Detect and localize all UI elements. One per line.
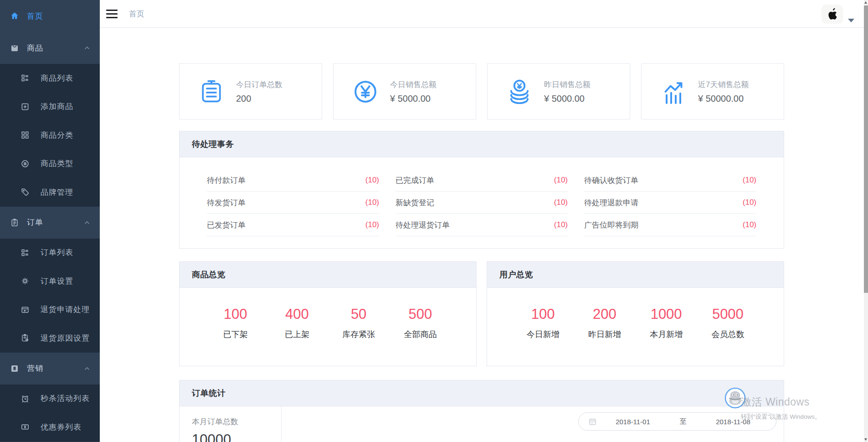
task-count: (10) xyxy=(365,220,379,229)
scrollbar-up-arrow-icon[interactable] xyxy=(864,1,867,4)
stat-card-today-sales: 今日销售总额 ¥ 5000.00 xyxy=(333,63,476,120)
sidebar-item-return-requests[interactable]: 退货申请处理 xyxy=(0,296,100,324)
vertical-scrollbar[interactable] xyxy=(864,0,868,442)
stat-label: 昨日新增 xyxy=(574,329,635,340)
sidebar-item-product-category[interactable]: 商品分类 xyxy=(0,121,100,150)
hamburger-menu-button[interactable] xyxy=(106,10,118,18)
task-count: (10) xyxy=(554,176,568,185)
sidebar-item-return-reason-settings[interactable]: 退货原因设置 xyxy=(0,324,100,353)
sidebar-item-label: 商品分类 xyxy=(41,130,73,140)
stat-label: 已下架 xyxy=(205,329,266,340)
task-count: (10) xyxy=(743,176,756,185)
stat-card-label: 今日订单总数 xyxy=(236,79,282,90)
stat-label: 库存紧张 xyxy=(328,329,390,340)
stat-card-value: 200 xyxy=(236,94,282,104)
sidebar-item-label: 订单列表 xyxy=(41,247,73,258)
scrollbar-down-arrow-icon[interactable] xyxy=(864,438,867,441)
sidebar-section-orders[interactable]: 订单 xyxy=(0,207,100,239)
sidebar-item-product-type[interactable]: 商品类型 xyxy=(0,150,100,178)
circle-list-icon xyxy=(21,159,30,168)
overview-stat: 400 已上架 xyxy=(266,306,328,340)
date-start-field[interactable]: 2018-11-01 xyxy=(596,418,669,426)
task-item[interactable]: 待付款订单 (10) xyxy=(207,169,379,192)
stat-value: 50 xyxy=(328,306,390,322)
grid-icon xyxy=(21,130,30,140)
task-item[interactable]: 待处理退货订单 (10) xyxy=(395,214,568,236)
task-item[interactable]: 待发货订单 (10) xyxy=(207,192,379,214)
list-icon xyxy=(21,248,30,257)
stat-card-value: ¥ 5000.00 xyxy=(390,94,437,104)
sidebar-item-label: 退货原因设置 xyxy=(41,333,90,343)
task-label: 新缺货登记 xyxy=(395,198,434,208)
stat-value: 500 xyxy=(390,306,451,322)
stat-card-value: ¥ 5000.00 xyxy=(544,94,591,104)
stat-value: 100 xyxy=(512,306,574,322)
breadcrumb[interactable]: 首页 xyxy=(129,9,144,19)
stat-label: 会员总数 xyxy=(697,329,759,340)
sidebar-item-brand-management[interactable]: 品牌管理 xyxy=(0,178,100,207)
task-item[interactable]: 已发货订单 (10) xyxy=(207,214,379,236)
qq-chat-widget-icon[interactable] xyxy=(724,387,746,409)
avatar-dropdown-caret-icon[interactable] xyxy=(848,19,854,22)
sidebar-item-order-settings[interactable]: 订单设置 xyxy=(0,267,100,296)
task-item[interactable]: 已完成订单 (10) xyxy=(395,169,568,192)
task-item[interactable]: 新缺货登记 (10) xyxy=(395,192,568,214)
task-item[interactable]: 广告位即将到期 (10) xyxy=(584,214,756,236)
overview-stat: 50 库存紧张 xyxy=(328,306,390,340)
sidebar-item-order-list[interactable]: 订单列表 xyxy=(0,239,100,267)
task-item[interactable]: 待处理退款申请 (10) xyxy=(584,192,756,214)
metric-label: 本月订单总数 xyxy=(192,416,281,427)
product-overview-stats: 100 已下架 400 已上架 50 库存紧张 500 全部商品 xyxy=(180,288,476,340)
coins-icon xyxy=(506,78,533,105)
overview-row: 商品总览 100 已下架 400 已上架 50 库存紧张 xyxy=(179,261,784,366)
sidebar: 首页 商品 商品列表 xyxy=(0,0,100,442)
sidebar-section-marketing[interactable]: 营销 xyxy=(0,353,100,385)
sidebar-section-label: 营销 xyxy=(27,363,43,374)
sidebar-item-add-product[interactable]: 添加商品 xyxy=(0,93,100,121)
user-overview-panel: 用户总览 100 今日新增 200 昨日新增 1000 本月新增 xyxy=(487,261,784,366)
sidebar-item-product-list[interactable]: 商品列表 xyxy=(0,64,100,93)
task-count: (10) xyxy=(554,198,568,207)
stat-cards-row: 今日订单总数 200 今日销售总额 ¥ 5000.00 xyxy=(179,63,784,120)
task-label: 已发货订单 xyxy=(207,220,246,230)
task-label: 待确认收货订单 xyxy=(584,175,638,186)
sidebar-section-products[interactable]: 商品 xyxy=(0,32,100,64)
sidebar-item-label: 退货申请处理 xyxy=(41,304,90,315)
sidebar-item-flash-sale-list[interactable]: 秒杀活动列表 xyxy=(0,385,100,413)
task-count: (10) xyxy=(365,198,379,207)
stat-label: 全部商品 xyxy=(390,329,451,340)
coupon-icon xyxy=(21,422,30,432)
panel-title: 用户总览 xyxy=(499,269,533,280)
avatar[interactable] xyxy=(822,5,843,24)
stat-card-label: 近7天销售总额 xyxy=(698,79,749,90)
stat-card-label: 昨日销售总额 xyxy=(544,79,591,90)
task-label: 待处理退款申请 xyxy=(584,198,638,208)
date-range-picker[interactable]: 2018-11-01 至 2018-11-08 xyxy=(578,412,776,431)
task-item[interactable]: 待确认收货订单 (10) xyxy=(584,169,756,192)
submenu-products: 商品列表 添加商品 商品分类 xyxy=(0,64,100,207)
alarm-clock-icon xyxy=(21,394,30,403)
task-count: (10) xyxy=(554,220,568,229)
sidebar-item-label: 秒杀活动列表 xyxy=(41,393,90,404)
sidebar-item-label: 品牌管理 xyxy=(41,187,73,198)
sidebar-section-label: 订单 xyxy=(27,217,43,228)
date-end-field[interactable]: 2018-11-08 xyxy=(697,418,770,426)
scrollbar-thumb[interactable] xyxy=(864,5,868,293)
main-content: 今日订单总数 200 今日销售总额 ¥ 5000.00 xyxy=(179,28,784,442)
dashboard-page: 首页 商品 商品列表 xyxy=(0,0,868,442)
panel-title: 商品总览 xyxy=(192,269,226,280)
sidebar-item-label: 订单设置 xyxy=(41,276,73,286)
sidebar-item-coupon-list[interactable]: 优惠券列表 xyxy=(0,413,100,442)
clipboard-icon xyxy=(10,218,19,227)
panel-header: 订单统计 xyxy=(180,380,784,406)
trend-chart-icon xyxy=(660,78,687,105)
sidebar-item-home[interactable]: 首页 xyxy=(0,0,100,32)
date-separator: 至 xyxy=(669,417,697,426)
topbar: 首页 xyxy=(100,0,864,28)
order-clipboard-icon xyxy=(198,78,225,105)
sidebar-item-label: 首页 xyxy=(27,11,43,21)
home-icon xyxy=(10,11,19,21)
bookmark-icon xyxy=(10,364,19,373)
task-label: 待付款订单 xyxy=(207,175,246,186)
stat-card-week-sales: 近7天销售总额 ¥ 50000.00 xyxy=(641,63,784,120)
